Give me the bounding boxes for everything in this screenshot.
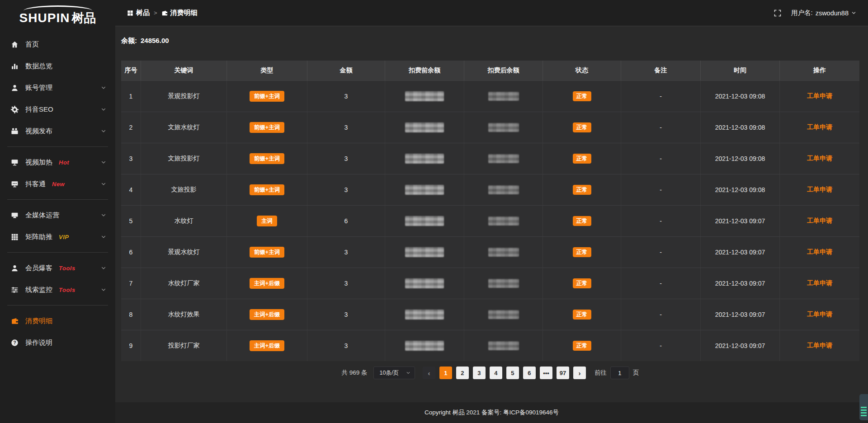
username-label: 用户名: (791, 9, 813, 17)
app-grid-icon (127, 10, 133, 16)
sidebar-item[interactable]: 账号管理 (0, 77, 115, 99)
sidebar-item-badge: New (52, 181, 65, 188)
cell-time: 2021-12-03 09:07 (701, 330, 780, 361)
sidebar-item[interactable]: 首页 (0, 33, 115, 55)
redacted-pre-balance (405, 341, 444, 351)
sidebar-item-label: 视频加热 (25, 158, 52, 167)
status-badge: 正常 (573, 91, 591, 102)
breadcrumb-current-label: 消费明细 (170, 9, 198, 17)
fullscreen-button[interactable] (774, 9, 781, 17)
tv-play-icon (11, 159, 19, 166)
work-order-link[interactable]: 工单申请 (807, 310, 832, 319)
sidebar-item-badge: Tools (59, 287, 75, 293)
work-order-link[interactable]: 工单申请 (807, 279, 832, 287)
sidebar-divider (7, 146, 108, 147)
page-button[interactable]: 2 (456, 367, 469, 379)
wallet-icon (161, 10, 168, 16)
consumption-table: 序号关键词类型金额扣费前余额扣费后余额状态备注时间操作 1 景观投影灯 前缀+主… (121, 61, 859, 361)
sidebar-item[interactable]: 会员爆客 Tools (0, 257, 115, 279)
page-buttons: 123456•••97 (439, 367, 569, 379)
status-badge: 正常 (573, 185, 591, 195)
work-order-link[interactable]: 工单申请 (807, 342, 832, 350)
app-logo: SHUPIN 树品 (0, 0, 115, 29)
cell-remark: - (621, 299, 701, 330)
work-order-link[interactable]: 工单申请 (807, 155, 832, 163)
cell-index: 2 (121, 112, 141, 143)
cell-remark: - (621, 174, 701, 205)
redacted-post-balance (488, 341, 519, 350)
table-header-cell: 关键词 (141, 61, 227, 80)
chevron-down-icon (101, 85, 106, 90)
cell-remark: - (621, 237, 701, 268)
redacted-pre-balance (405, 278, 444, 288)
work-order-link[interactable]: 工单申请 (807, 186, 832, 194)
breadcrumb-home[interactable]: 树品 (127, 9, 150, 17)
page-button[interactable]: 97 (557, 367, 569, 379)
sidebar-item[interactable]: 数据总览 (0, 55, 115, 77)
type-badge: 前缀+主词 (250, 153, 284, 164)
type-badge: 主词+后缀 (250, 309, 284, 320)
cell-index: 4 (121, 174, 141, 205)
status-badge: 正常 (573, 278, 591, 289)
cell-time: 2021-12-03 09:08 (701, 112, 780, 143)
table-row: 2 文旅水纹灯 前缀+主词 3 正常 - 2021-12-03 09:08 工单… (121, 112, 859, 143)
sidebar-item[interactable]: 矩阵助推 VIP (0, 226, 115, 248)
sidebar-item[interactable]: ? 操作说明 (0, 332, 115, 353)
type-badge: 前缀+主词 (250, 184, 284, 196)
redacted-post-balance (488, 154, 519, 163)
cell-time: 2021-12-03 09:08 (701, 174, 780, 205)
sidebar-item[interactable]: 全媒体运营 (0, 204, 115, 226)
chevron-down-icon (851, 10, 856, 15)
sidebar-item[interactable]: 抖音SEO (0, 99, 115, 120)
sidebar-item-label: 账号管理 (25, 84, 52, 92)
bar-chart-icon (11, 62, 19, 70)
sidebar-item-label: 全媒体运营 (25, 211, 59, 220)
goto-page-input[interactable] (610, 367, 629, 379)
chevron-down-icon (101, 181, 106, 187)
redacted-pre-balance (405, 247, 444, 257)
type-badge: 前缀+主词 (250, 122, 284, 133)
next-page-button[interactable]: › (573, 367, 586, 379)
chevron-down-icon (101, 287, 106, 292)
sidebar-item[interactable]: 消费明细 (0, 310, 115, 332)
customer-service-widget[interactable] (859, 394, 868, 420)
copyright-text: Copyright 树品 2021 备案号: 粤ICP备09019646号 (425, 409, 559, 417)
cell-keyword: 水纹灯效果 (141, 299, 227, 330)
work-order-link[interactable]: 工单申请 (807, 92, 832, 100)
sidebar-item-label: 视频发布 (25, 127, 52, 136)
page-button[interactable]: 5 (506, 367, 519, 379)
breadcrumb-current[interactable]: 消费明细 (161, 9, 198, 17)
sliders-icon (11, 286, 19, 294)
type-badge: 主词+后缀 (250, 278, 284, 289)
page-size-select[interactable]: 10条/页 (373, 367, 415, 379)
chat-screen-icon (11, 180, 19, 188)
table-header-row: 序号关键词类型金额扣费前余额扣费后余额状态备注时间操作 (121, 61, 859, 80)
page-button[interactable]: ••• (540, 367, 552, 379)
widget-stripes (861, 407, 867, 418)
type-badge: 前缀+主词 (250, 91, 284, 102)
work-order-link[interactable]: 工单申请 (807, 217, 832, 225)
page-button[interactable]: 3 (473, 367, 486, 379)
status-badge: 正常 (573, 341, 591, 351)
user-dropdown[interactable]: 用户名: zswodun88 (791, 9, 856, 17)
page-button[interactable]: 4 (490, 367, 502, 379)
cell-keyword: 文旅投影灯 (141, 143, 227, 174)
chevron-down-icon (406, 371, 410, 375)
page-button[interactable]: 6 (523, 367, 536, 379)
work-order-link[interactable]: 工单申请 (807, 248, 832, 256)
chevron-down-icon (101, 234, 106, 240)
balance: 余额:24856.00 (121, 37, 868, 45)
table-header-cell: 扣费后余额 (464, 61, 543, 80)
cell-amount: 3 (307, 299, 385, 330)
sidebar-item[interactable]: 抖客通 New (0, 173, 115, 195)
page-button[interactable]: 1 (439, 367, 452, 379)
prev-page-button[interactable]: ‹ (423, 367, 435, 379)
cell-remark: - (621, 143, 701, 174)
sidebar-item[interactable]: 线索监控 Tools (0, 279, 115, 301)
cell-keyword: 景观水纹灯 (141, 237, 227, 268)
work-order-link[interactable]: 工单申请 (807, 123, 832, 132)
sidebar-item[interactable]: 视频加热 Hot (0, 151, 115, 173)
sidebar-item[interactable]: 视频发布 (0, 120, 115, 142)
fullscreen-icon (774, 9, 781, 17)
cell-keyword: 文旅投影 (141, 174, 227, 205)
